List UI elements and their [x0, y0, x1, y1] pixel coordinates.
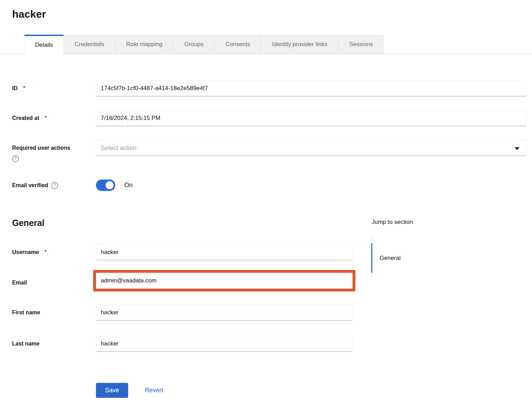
- jump-to-section-title: Jump to section: [372, 218, 526, 226]
- first-name-label: First name: [12, 309, 40, 316]
- required-user-actions-label-text: Required user actions: [12, 145, 70, 151]
- tab-label: Details: [35, 42, 53, 49]
- tab-details[interactable]: Details: [24, 35, 64, 54]
- email-field-row: Email: [12, 272, 372, 291]
- tab-bar: Details Credentials Role mapping Groups …: [0, 35, 532, 54]
- email-input[interactable]: [96, 273, 353, 289]
- required-user-actions-label-cell: Required user actions ?: [12, 140, 96, 162]
- id-label-text: ID: [12, 85, 18, 91]
- toggle-state-label: On: [124, 182, 133, 189]
- help-icon[interactable]: ?: [51, 182, 58, 189]
- email-verified-control: On: [96, 180, 526, 191]
- general-heading: General: [12, 218, 372, 228]
- jump-to-section-panel: Jump to section General: [372, 218, 526, 398]
- jump-to-section-nav: General: [372, 235, 526, 278]
- required-user-actions-label: Required user actions: [12, 145, 70, 151]
- email-verified-label-text: Email verified: [12, 182, 48, 189]
- tab-label: Groups: [184, 41, 204, 48]
- created-at-input[interactable]: [96, 110, 526, 126]
- email-verified-toggle[interactable]: [96, 180, 115, 191]
- tab-groups[interactable]: Groups: [174, 35, 215, 54]
- required-user-actions-row: Required user actions ? Select action: [12, 140, 526, 162]
- general-section: General Username* Email: [12, 218, 372, 398]
- email-field-wrap: [96, 272, 353, 291]
- jump-item-general[interactable]: General: [371, 243, 526, 273]
- revert-link[interactable]: Revert: [145, 387, 163, 394]
- chevron-down-icon: [515, 147, 520, 150]
- page-title: hacker: [12, 8, 532, 21]
- id-label: ID*: [12, 85, 25, 91]
- tab-label: Consents: [225, 41, 250, 48]
- created-at-label-cell: Created at*: [12, 110, 96, 126]
- email-verified-row: Email verified ? On: [12, 180, 526, 191]
- email-verified-label-cell: Email verified ?: [12, 182, 96, 189]
- tab-sessions[interactable]: Sessions: [338, 35, 384, 54]
- general-section-wrap: General Username* Email: [12, 218, 526, 398]
- tab-label: Credentials: [74, 41, 104, 48]
- first-name-field-row: First name: [12, 305, 372, 321]
- toggle-knob: [106, 181, 114, 189]
- help-icon[interactable]: ?: [12, 155, 19, 162]
- user-details-page: hacker Details Credentials Role mapping …: [0, 8, 532, 398]
- required-asterisk: *: [44, 248, 46, 255]
- username-field-row: Username*: [12, 244, 372, 260]
- last-name-field-row: Last name: [12, 336, 372, 352]
- last-name-label-text: Last name: [12, 340, 39, 347]
- first-name-label-text: First name: [12, 309, 40, 316]
- help-icon-wrap: ?: [12, 155, 96, 162]
- tab-role-mapping[interactable]: Role mapping: [115, 35, 174, 54]
- required-user-actions-select[interactable]: Select action: [96, 140, 526, 156]
- form-actions: Save Revert: [96, 383, 372, 398]
- username-label: Username*: [12, 249, 46, 255]
- username-label-text: Username: [12, 249, 39, 255]
- required-asterisk: *: [45, 114, 47, 121]
- last-name-label-cell: Last name: [12, 336, 96, 352]
- created-at-field-row: Created at*: [12, 110, 526, 126]
- first-name-label-cell: First name: [12, 305, 96, 321]
- first-name-input[interactable]: [96, 305, 353, 321]
- last-name-input[interactable]: [96, 336, 353, 352]
- email-highlight-annotation: [93, 270, 355, 291]
- tab-label: Role mapping: [126, 41, 162, 48]
- tab-label: Identity provider links: [272, 41, 327, 48]
- email-label-text: Email: [12, 279, 27, 286]
- email-label-cell: Email: [12, 272, 96, 291]
- tab-consents[interactable]: Consents: [215, 35, 261, 54]
- username-input[interactable]: [96, 244, 353, 260]
- username-label-cell: Username*: [12, 244, 96, 260]
- tab-identity-provider-links[interactable]: Identity provider links: [261, 35, 338, 54]
- save-button[interactable]: Save: [96, 383, 128, 398]
- created-at-label-text: Created at: [12, 115, 39, 121]
- email-label: Email: [12, 279, 27, 286]
- select-placeholder: Select action: [101, 145, 136, 152]
- details-form: ID* Created at* Required user actions ?: [0, 54, 532, 398]
- last-name-label: Last name: [12, 340, 39, 347]
- tab-label: Sessions: [349, 41, 373, 48]
- tab-credentials[interactable]: Credentials: [64, 35, 115, 54]
- id-label-cell: ID*: [12, 80, 96, 96]
- created-at-label: Created at*: [12, 115, 47, 121]
- id-input[interactable]: [96, 80, 526, 96]
- id-field-row: ID*: [12, 80, 526, 96]
- required-asterisk: *: [23, 84, 25, 91]
- email-verified-label: Email verified ?: [12, 182, 58, 189]
